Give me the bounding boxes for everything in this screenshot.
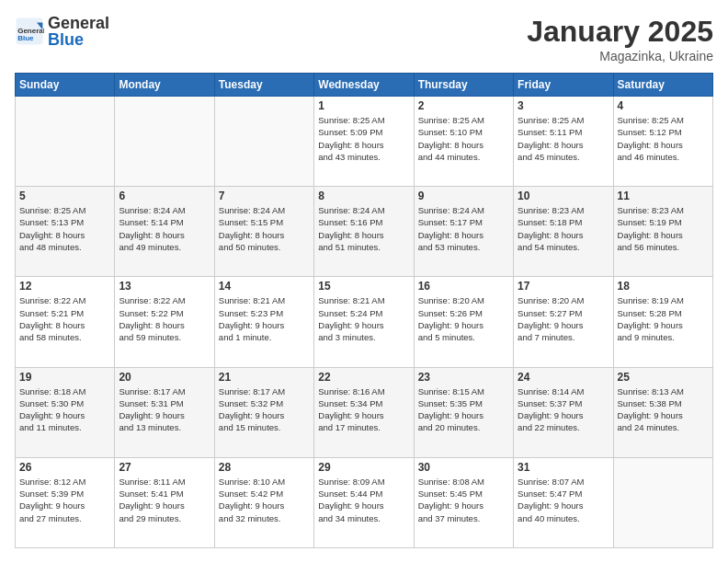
- calendar-cell: 29Sunrise: 8:09 AM Sunset: 5:44 PM Dayli…: [314, 457, 414, 547]
- day-number: 3: [518, 99, 609, 112]
- day-number: 28: [219, 461, 310, 474]
- header: General Blue General Blue January 2025 M…: [15, 15, 713, 63]
- day-info: Sunrise: 8:17 AM Sunset: 5:32 PM Dayligh…: [219, 385, 310, 434]
- day-info: Sunrise: 8:14 AM Sunset: 5:37 PM Dayligh…: [518, 385, 609, 434]
- calendar-cell: 23Sunrise: 8:15 AM Sunset: 5:35 PM Dayli…: [414, 367, 513, 457]
- day-number: 24: [518, 371, 609, 384]
- calendar-header-row: SundayMondayTuesdayWednesdayThursdayFrid…: [16, 74, 713, 97]
- header-cell-thursday: Thursday: [414, 74, 513, 97]
- calendar-cell: 21Sunrise: 8:17 AM Sunset: 5:32 PM Dayli…: [214, 367, 313, 457]
- calendar-cell: 24Sunrise: 8:14 AM Sunset: 5:37 PM Dayli…: [514, 367, 613, 457]
- calendar-week-2: 5Sunrise: 8:25 AM Sunset: 5:13 PM Daylig…: [16, 187, 713, 277]
- day-info: Sunrise: 8:08 AM Sunset: 5:45 PM Dayligh…: [418, 476, 509, 524]
- calendar-cell: [16, 97, 115, 187]
- day-info: Sunrise: 8:16 AM Sunset: 5:34 PM Dayligh…: [318, 385, 409, 434]
- day-number: 27: [119, 461, 210, 474]
- day-info: Sunrise: 8:25 AM Sunset: 5:13 PM Dayligh…: [19, 204, 110, 253]
- day-info: Sunrise: 8:19 AM Sunset: 5:28 PM Dayligh…: [618, 294, 709, 343]
- calendar-cell: [115, 97, 214, 187]
- day-info: Sunrise: 8:25 AM Sunset: 5:11 PM Dayligh…: [518, 114, 609, 163]
- calendar-week-1: 1Sunrise: 8:25 AM Sunset: 5:09 PM Daylig…: [16, 97, 713, 187]
- day-info: Sunrise: 8:21 AM Sunset: 5:24 PM Dayligh…: [318, 294, 409, 343]
- logo: General Blue General Blue: [15, 15, 109, 48]
- calendar-cell: [214, 97, 313, 187]
- calendar-cell: 6Sunrise: 8:24 AM Sunset: 5:14 PM Daylig…: [115, 187, 214, 277]
- calendar-cell: 7Sunrise: 8:24 AM Sunset: 5:15 PM Daylig…: [214, 187, 313, 277]
- calendar-cell: 2Sunrise: 8:25 AM Sunset: 5:10 PM Daylig…: [414, 97, 513, 187]
- header-cell-saturday: Saturday: [613, 74, 712, 97]
- day-info: Sunrise: 8:13 AM Sunset: 5:38 PM Dayligh…: [618, 385, 709, 434]
- day-number: 2: [418, 99, 509, 112]
- day-number: 17: [518, 280, 609, 293]
- day-info: Sunrise: 8:15 AM Sunset: 5:35 PM Dayligh…: [418, 385, 509, 434]
- calendar-cell: 18Sunrise: 8:19 AM Sunset: 5:28 PM Dayli…: [613, 277, 712, 367]
- calendar-cell: 25Sunrise: 8:13 AM Sunset: 5:38 PM Dayli…: [613, 367, 712, 457]
- day-info: Sunrise: 8:23 AM Sunset: 5:18 PM Dayligh…: [518, 204, 609, 253]
- calendar-cell: 1Sunrise: 8:25 AM Sunset: 5:09 PM Daylig…: [314, 97, 414, 187]
- day-number: 4: [618, 99, 709, 112]
- calendar-cell: 10Sunrise: 8:23 AM Sunset: 5:18 PM Dayli…: [514, 187, 613, 277]
- day-number: 9: [418, 190, 509, 202]
- calendar-week-5: 26Sunrise: 8:12 AM Sunset: 5:39 PM Dayli…: [16, 457, 713, 547]
- calendar-cell: 31Sunrise: 8:07 AM Sunset: 5:47 PM Dayli…: [514, 457, 613, 547]
- day-info: Sunrise: 8:11 AM Sunset: 5:41 PM Dayligh…: [119, 476, 210, 524]
- calendar-cell: 3Sunrise: 8:25 AM Sunset: 5:11 PM Daylig…: [514, 97, 613, 187]
- day-info: Sunrise: 8:20 AM Sunset: 5:26 PM Dayligh…: [418, 294, 509, 343]
- day-number: 14: [219, 280, 310, 293]
- calendar-cell: 12Sunrise: 8:22 AM Sunset: 5:21 PM Dayli…: [16, 277, 115, 367]
- day-info: Sunrise: 8:24 AM Sunset: 5:16 PM Dayligh…: [318, 204, 409, 253]
- calendar-cell: 27Sunrise: 8:11 AM Sunset: 5:41 PM Dayli…: [115, 457, 214, 547]
- calendar-cell: 14Sunrise: 8:21 AM Sunset: 5:23 PM Dayli…: [214, 277, 313, 367]
- calendar-cell: 11Sunrise: 8:23 AM Sunset: 5:19 PM Dayli…: [613, 187, 712, 277]
- day-number: 26: [19, 461, 110, 474]
- calendar-cell: [613, 457, 712, 547]
- day-info: Sunrise: 8:21 AM Sunset: 5:23 PM Dayligh…: [219, 294, 310, 343]
- day-number: 5: [19, 190, 110, 202]
- day-number: 11: [618, 190, 709, 202]
- day-info: Sunrise: 8:24 AM Sunset: 5:17 PM Dayligh…: [418, 204, 509, 253]
- calendar-cell: 9Sunrise: 8:24 AM Sunset: 5:17 PM Daylig…: [414, 187, 513, 277]
- logo-general-text: General: [48, 15, 109, 31]
- calendar-cell: 22Sunrise: 8:16 AM Sunset: 5:34 PM Dayli…: [314, 367, 414, 457]
- location: Magazinka, Ukraine: [527, 49, 713, 63]
- day-number: 30: [418, 461, 509, 474]
- day-number: 8: [318, 190, 409, 202]
- calendar-cell: 17Sunrise: 8:20 AM Sunset: 5:27 PM Dayli…: [514, 277, 613, 367]
- title-section: January 2025 Magazinka, Ukraine: [527, 15, 713, 63]
- header-cell-tuesday: Tuesday: [214, 74, 313, 97]
- day-info: Sunrise: 8:17 AM Sunset: 5:31 PM Dayligh…: [119, 385, 210, 434]
- day-info: Sunrise: 8:10 AM Sunset: 5:42 PM Dayligh…: [219, 476, 310, 524]
- day-number: 19: [19, 371, 110, 384]
- day-info: Sunrise: 8:23 AM Sunset: 5:19 PM Dayligh…: [618, 204, 709, 253]
- calendar-cell: 16Sunrise: 8:20 AM Sunset: 5:26 PM Dayli…: [414, 277, 513, 367]
- logo-icon: General Blue: [15, 17, 44, 46]
- logo-blue-text: Blue: [48, 31, 109, 48]
- day-info: Sunrise: 8:22 AM Sunset: 5:22 PM Dayligh…: [119, 294, 210, 343]
- day-number: 29: [318, 461, 409, 474]
- day-info: Sunrise: 8:12 AM Sunset: 5:39 PM Dayligh…: [19, 476, 110, 524]
- calendar-cell: 13Sunrise: 8:22 AM Sunset: 5:22 PM Dayli…: [115, 277, 214, 367]
- month-title: January 2025: [527, 15, 713, 49]
- calendar-cell: 30Sunrise: 8:08 AM Sunset: 5:45 PM Dayli…: [414, 457, 513, 547]
- calendar-cell: 15Sunrise: 8:21 AM Sunset: 5:24 PM Dayli…: [314, 277, 414, 367]
- svg-text:General: General: [17, 27, 44, 35]
- header-cell-friday: Friday: [514, 74, 613, 97]
- day-info: Sunrise: 8:24 AM Sunset: 5:14 PM Dayligh…: [119, 204, 210, 253]
- day-number: 15: [318, 280, 409, 293]
- day-number: 21: [219, 371, 310, 384]
- day-number: 1: [318, 99, 409, 112]
- day-number: 6: [119, 190, 210, 202]
- calendar-cell: 8Sunrise: 8:24 AM Sunset: 5:16 PM Daylig…: [314, 187, 414, 277]
- day-number: 22: [318, 371, 409, 384]
- calendar-week-3: 12Sunrise: 8:22 AM Sunset: 5:21 PM Dayli…: [16, 277, 713, 367]
- calendar-cell: 20Sunrise: 8:17 AM Sunset: 5:31 PM Dayli…: [115, 367, 214, 457]
- day-info: Sunrise: 8:18 AM Sunset: 5:30 PM Dayligh…: [19, 385, 110, 434]
- day-info: Sunrise: 8:22 AM Sunset: 5:21 PM Dayligh…: [19, 294, 110, 343]
- calendar-cell: 19Sunrise: 8:18 AM Sunset: 5:30 PM Dayli…: [16, 367, 115, 457]
- header-cell-sunday: Sunday: [16, 74, 115, 97]
- calendar-cell: 26Sunrise: 8:12 AM Sunset: 5:39 PM Dayli…: [16, 457, 115, 547]
- svg-text:Blue: Blue: [17, 34, 34, 42]
- day-number: 23: [418, 371, 509, 384]
- day-info: Sunrise: 8:24 AM Sunset: 5:15 PM Dayligh…: [219, 204, 310, 253]
- day-info: Sunrise: 8:25 AM Sunset: 5:10 PM Dayligh…: [418, 114, 509, 163]
